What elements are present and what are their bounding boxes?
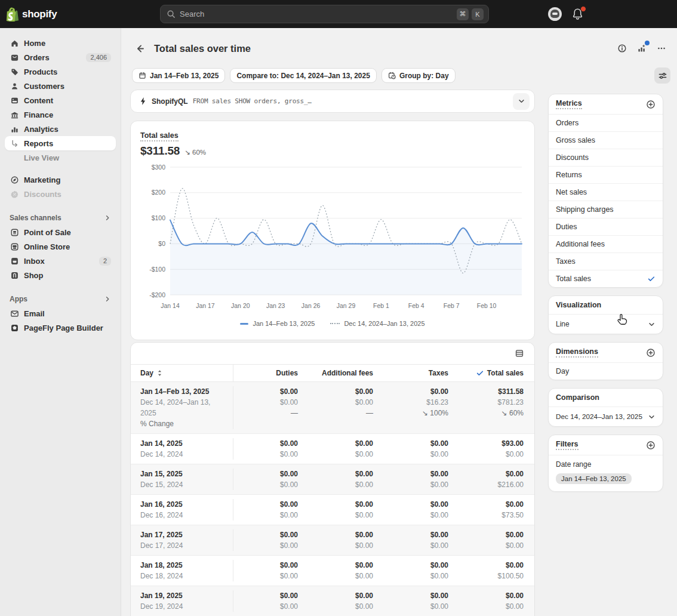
insights-button[interactable] [633,40,650,57]
sidebar-item-home[interactable]: Home [5,36,116,50]
summary-total_sales-cell: $311.58$781.23↘ 60% [459,386,534,429]
dimension-day-label: Day [556,367,569,375]
table-view-button[interactable] [512,346,527,361]
sidebar-section-apps[interactable]: Apps [5,292,116,306]
metric-item-duties[interactable]: Duties [549,218,663,235]
metric-item-net-sales[interactable]: Net sales [549,183,663,201]
column-header-taxes[interactable]: Taxes [384,365,459,381]
svg-text:Feb 1: Feb 1 [373,302,389,309]
duties-cell: $0.00$0.00 [233,438,309,460]
summary-taxes-cell: $0.00$16.23↘ 100% [384,386,459,429]
metric-label: Orders [556,119,578,127]
page-header: Total sales over time [133,41,251,56]
metric-label: Taxes [556,257,576,266]
column-header-day[interactable]: Day [131,365,233,381]
shopifyql-expand-button[interactable] [513,93,530,110]
column-header-duties[interactable]: Duties [233,365,309,381]
metric-item-taxes[interactable]: Taxes [549,252,663,270]
chevron-down-icon [648,321,656,328]
info-button[interactable] [614,40,630,57]
day-cell: Jan 14, 2025Dec 14, 2024 [131,438,233,460]
back-button[interactable] [133,41,147,56]
insights-notification-dot [645,41,650,45]
customers-icon [10,81,19,91]
comparison-value: Dec 14, 2024–Jan 13, 2025 [556,412,642,421]
content-icon [10,96,19,105]
sidebar-item-live-view[interactable]: Live View [5,150,116,165]
date-range-chip[interactable]: Jan 14–Feb 13, 2025 [133,69,224,82]
sidebar-item-shop[interactable]: Shop [5,268,116,282]
compare-to-chip[interactable]: Compare to: Dec 14, 2024–Jan 13, 2025 [230,69,376,82]
branch-icon [10,138,19,148]
shopifyql-bar[interactable]: ShopifyQL FROM sales SHOW orders, gross_… [130,90,535,113]
sidebar-badge: 2 [99,257,111,266]
sidebar-item-reports[interactable]: Reports [5,136,116,150]
metric-item-returns[interactable]: Returns [549,166,663,183]
sidebar-item-products[interactable]: Products [5,64,116,79]
global-search[interactable]: ⌘ K [160,5,489,23]
topbar: shopify ⌘ K [0,0,677,28]
shopify-logo[interactable]: shopify [6,0,57,28]
total_sales-cell: $0.00$0.00 [459,529,534,551]
compare-to-chip-label: Compare to: Dec 14, 2024–Jan 13, 2025 [236,72,370,80]
visualization-select[interactable]: Line [549,314,663,334]
metric-item-additional-fees[interactable]: Additional fees [549,235,663,252]
data-table-card: Day Duties Additional fees Taxes Total s… [130,342,535,616]
filter-date-range-pill[interactable]: Jan 14–Feb 13, 2025 [556,473,632,484]
duties-cell: $0.00$0.00 [233,590,309,612]
add-dimension-button[interactable] [646,348,656,358]
user-avatar[interactable] [548,7,562,21]
table-row[interactable]: Jan 17, 2025Dec 17, 2024$0.00$0.00$0.00$… [131,525,534,556]
dimensions-card: Dimensions Day [548,342,663,380]
duties-cell: $0.00$0.00 [233,529,309,551]
table-row[interactable]: Jan 19, 2025Dec 19, 2024$0.00$0.00$0.00$… [131,586,534,616]
additional_fees-cell: $0.00$0.00 [309,438,384,460]
sidebar-item-pagefly[interactable]: PageFly Page Builder [5,321,116,335]
sidebar-item-analytics[interactable]: Analytics [5,122,116,136]
sidebar-item-point-of-sale[interactable]: Point of Sale [5,225,116,239]
sidebar-item-orders[interactable]: Orders2,406 [5,50,116,64]
add-filter-button[interactable] [646,441,656,450]
column-header-additional-fees[interactable]: Additional fees [309,365,384,381]
metric-item-gross-sales[interactable]: Gross sales [549,131,663,149]
customize-panel-button[interactable] [654,67,670,84]
chart-metric-label[interactable]: Total sales [140,131,179,141]
sidebar-item-customers[interactable]: Customers [5,79,116,93]
metric-item-shipping-charges[interactable]: Shipping charges [549,201,663,218]
svg-text:$0: $0 [158,240,165,247]
additional_fees-cell: $0.00$0.00 [309,499,384,520]
metric-item-discounts[interactable]: Discounts [549,149,663,166]
sidebar-item-online-store[interactable]: Online Store [5,239,116,254]
sidebar-section-sales-channels[interactable]: Sales channels [5,211,116,225]
sidebar-item-label: Shop [24,271,44,280]
table-row[interactable]: Jan 16, 2025Dec 16, 2024$0.00$0.00$0.00$… [131,495,534,525]
sidebar-item-content[interactable]: Content [5,93,116,107]
sidebar-badge: 2,406 [86,53,111,62]
sidebar-item-email[interactable]: Email [5,306,116,321]
analytics-icon [10,124,19,134]
pos-icon [10,227,19,237]
dimension-item-day[interactable]: Day [549,362,663,380]
table-row[interactable]: Jan 15, 2025Dec 15, 2024$0.00$0.00$0.00$… [131,464,534,495]
search-input[interactable] [180,10,454,19]
sidebar-item-inbox[interactable]: Inbox2 [5,254,116,268]
total_sales-cell: $0.00$0.00 [459,590,534,612]
shopify-analytics-screen: shopify ⌘ K HomeOrders2,406ProductsCusto… [0,0,677,616]
metric-item-orders[interactable]: Orders [549,114,663,131]
section-label: Sales channels [10,214,61,222]
group-by-chip[interactable]: Group by: Day [382,69,455,82]
column-header-total-sales[interactable]: Total sales [459,365,534,381]
add-metric-button[interactable] [646,100,656,109]
metric-item-total-sales[interactable]: Total sales [549,270,663,287]
table-row[interactable]: Jan 18, 2025Dec 18, 2024$0.00$0.00$0.00$… [131,556,534,586]
taxes-cell: $0.00$0.00 [384,590,459,612]
chart-legend: Jan 14–Feb 13, 2025 Dec 14, 2024–Jan 13,… [140,320,525,327]
notifications-button[interactable] [572,8,584,21]
sidebar-item-finance[interactable]: Finance [5,107,116,122]
comparison-select[interactable]: Dec 14, 2024–Jan 13, 2025 [549,406,663,426]
sidebar-item-marketing[interactable]: Marketing [5,173,116,187]
more-actions-button[interactable] [653,40,670,57]
table-row[interactable]: Jan 14, 2025Dec 14, 2024$0.00$0.00$0.00$… [131,434,534,464]
kbd-cmd: ⌘ [457,8,469,20]
check-icon [476,369,484,377]
